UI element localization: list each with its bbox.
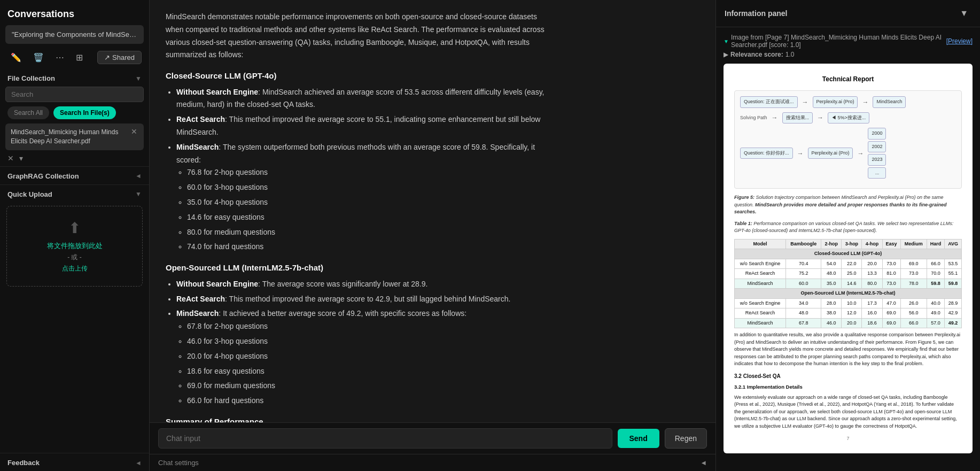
chat-input[interactable] [158,428,612,449]
feedback-label: Feedback [7,459,40,467]
right-panel-body: ▼ Image from [Page 7] MindSearch_Mimicki… [716,27,980,471]
s1-b2-label: ReAct Search [176,115,225,123]
file-collection-section: File Collection ▼ Search All Search In F… [0,69,149,166]
diagram-row-3: Question: 你好你好... → Perplexity.ai (Pro) … [740,128,956,179]
s2-sub-0: 67.8 for 2-hop questions [187,320,550,333]
section3-title: Summary of Performance [166,415,550,422]
preview-link[interactable]: [Preview] [946,37,973,45]
delete-icon[interactable]: 🗑️ [30,50,47,65]
upload-click-text[interactable]: 点击上传 [13,264,136,273]
toggle-search-in-files[interactable]: Search In File(s) [53,106,116,119]
diagram-row-2: Solving Path → 搜索结果... → ◀ 5%>搜索进... [740,112,956,124]
feedback-section: Feedback ◄ [0,453,149,471]
feedback-header[interactable]: Feedback ◄ [0,453,149,471]
s1-b3-text: : The system outperformed both previous … [176,143,535,164]
main-content: MindSearch demonstrates notable performa… [150,0,715,471]
quick-upload-header[interactable]: Quick Upload ▼ [0,185,149,203]
th-hp-med: Medium [900,239,927,249]
s2-sub-2: 20.0 for 4-hop questions [187,350,550,363]
s2-b3-label: MindSearch [176,309,219,318]
s2-sub-4: 69.0 for medium questions [187,380,550,392]
upload-drag-text: 将文件拖放到此处 [13,241,136,251]
th-hp-hard: Hard [927,239,945,249]
diagram-box-solve2: ◀ 5%>搜索进... [828,112,869,124]
th-musique-2: 2-hop [821,239,842,249]
table-row-intern-2: ReAct Search48.038.012.016.069.056.049.0… [735,308,962,319]
edit-icon[interactable]: ✏️ [7,50,25,65]
table-row-intern-1: w/o Search Engine34.028.010.017.347.026.… [735,298,962,308]
s1-bullet2: ReAct Search: This method improved the a… [176,113,550,139]
th-hp-easy: Easy [882,239,900,249]
table-row-gpt4-1: w/o Search Engine70.454.022.020.073.069.… [735,259,962,269]
table-row-intern-3: MindSearch67.846.020.018.669.066.057.049… [735,318,962,328]
th-musique-4: 4-hop [862,239,882,249]
file-close-button[interactable]: ✕ [130,128,138,135]
upload-icon: ⬆ [13,219,136,237]
doc-page-num: 7 [734,435,962,443]
relevance-score: ▶ Relevance score: 1.0 [724,51,973,58]
diagram-box-q1: Question: 正在面试谁... [740,96,798,108]
table-section2: Open-Sourced LLM (InternLM2.5-7b-chat) [735,289,962,299]
shared-label: Shared [112,53,135,61]
upload-or-text: - 或 - [13,253,136,262]
relevance-value: 1.0 [785,51,795,58]
diagram-box-perp: Perplexity.ai (Pro) [813,96,858,108]
graphrag-section: GraphRAG Collection ◄ [0,166,149,184]
sidebar: Conversations "Exploring the Components … [0,0,150,471]
file-action-close[interactable]: ✕ [6,155,15,162]
info-source-title: ▼ Image from [Page 7] MindSearch_Mimicki… [724,34,973,49]
arrow-3: → [772,113,778,122]
file-actions: ✕ ▾ [0,152,149,166]
panel-collapse-button[interactable]: ▼ [956,6,971,20]
info-source: ▼ Image from [Page 7] MindSearch_Mimicki… [724,34,973,58]
toggle-search-all[interactable]: Search All [7,106,49,119]
figure-caption: Figure 5: Solution trajectory comparison… [734,194,962,216]
shared-badge[interactable]: ↗ Shared [97,51,142,64]
th-musique-3: 3-hop [842,239,862,249]
chat-input-area: Send Regen [150,422,715,454]
diagram-box-solve1: 搜索结果... [782,112,813,124]
th-model: Model [735,239,786,249]
section2-bullets: Without Search Engine: The average score… [176,278,550,407]
performance-table: Model Bamboogle 2-hop 3-hop 4-hop Easy M… [734,239,962,329]
s1-sub-4: 80.0 for medium questions [187,226,550,239]
doc-diagram-area: Question: 正在面试谁... → Perplexity.ai (Pro)… [734,90,962,189]
table-section1: Closed-Souced LLM (GPT-4o) [735,249,962,259]
conversation-item[interactable]: "Exploring the Components of MindSearch" [5,25,144,44]
arrow-4: → [817,113,823,122]
s1-b3-label: MindSearch [176,143,219,151]
s2-b1-label: Without Search Engine [176,280,258,288]
branch-icon[interactable]: ⋯ [52,50,67,65]
section1-title: Closed-Source LLM (GPT-4o) [166,69,550,83]
s2-bullet1: Without Search Engine: The average score… [176,278,550,291]
s1-b2-text: : This method improved the average score… [176,115,540,136]
s1-b1-label: Without Search Engine [176,88,258,96]
s1-bullet1: Without Search Engine: MindSearch achiev… [176,86,550,112]
table-caption: Table 1: Performance comparison on vario… [734,220,962,235]
layout-icon[interactable]: ⊞ [73,50,86,65]
quick-upload-label: Quick Upload [7,190,52,198]
file-name: MindSearch_Mimicking Human Minds Elicits… [11,128,127,146]
regen-button[interactable]: Regen [665,428,707,449]
send-button[interactable]: Send [618,429,659,448]
section2-title: Open-Sourced LLM (InternLM2.5-7b-chat) [166,261,550,275]
diagram-box-q2: Question: 你好你好... [740,148,793,159]
quick-upload-section: Quick Upload ▼ ⬆ 将文件拖放到此处 - 或 - 点击上传 [0,184,149,290]
file-action-more[interactable]: ▾ [18,155,24,162]
doc-preview: Technical Report Question: 正在面试谁... → Pe… [724,64,973,453]
s2-b1-text: : The average score was significantly lo… [258,280,427,288]
table-row-gpt4-3: MindSearch60.035.014.680.073.078.059.859… [735,279,962,289]
s1-sub-0: 76.8 for 2-hop questions [187,166,550,179]
source-triangle: ▼ [724,38,729,44]
arrow-6: → [857,149,864,158]
graphrag-header[interactable]: GraphRAG Collection ◄ [0,167,149,184]
arrow-2: → [862,97,868,107]
chat-settings-bar[interactable]: Chat settings ◄ [150,454,715,471]
search-input[interactable] [5,87,144,102]
doc-section32: 3.2 Closed-Set QA [734,372,962,380]
diagram-box-y4: ... [868,167,886,179]
upload-dropzone[interactable]: ⬆ 将文件拖放到此处 - 或 - 点击上传 [6,206,143,287]
s2-sub-5: 66.0 for hard questions [187,395,550,407]
file-collection-header[interactable]: File Collection ▼ [0,69,149,87]
file-collection-arrow: ▼ [135,75,142,82]
